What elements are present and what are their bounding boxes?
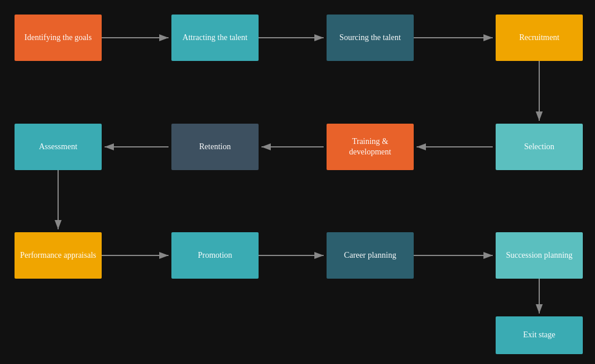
node-retention: Retention (171, 124, 259, 170)
node-performance: Performance appraisals (15, 232, 102, 279)
node-training: Training & development (327, 124, 414, 170)
node-recruitment: Recruitment (496, 15, 583, 61)
node-identifying: Identifying the goals (15, 15, 102, 61)
node-attracting: Attracting the talent (171, 15, 259, 61)
node-career: Career planning (327, 232, 414, 279)
node-promotion: Promotion (171, 232, 259, 279)
node-selection: Selection (496, 124, 583, 170)
node-exit: Exit stage (496, 316, 583, 354)
node-succession: Succession planning (496, 232, 583, 279)
node-sourcing: Sourcing the talent (327, 15, 414, 61)
diagram: Identifying the goalsAttracting the tale… (0, 0, 595, 364)
node-assessment: Assessment (15, 124, 102, 170)
